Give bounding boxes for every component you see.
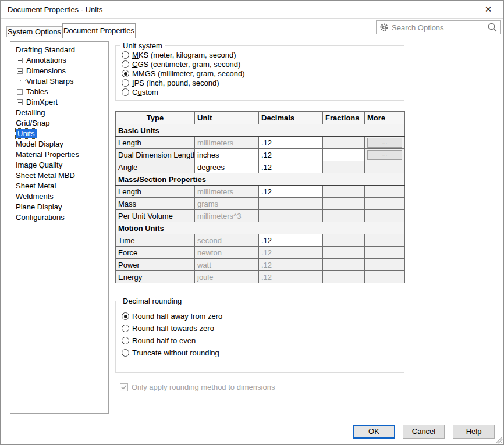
close-icon[interactable]: × bbox=[479, 2, 498, 16]
tree-item-configurations[interactable]: Configurations bbox=[10, 212, 108, 223]
search-placeholder: Search Options bbox=[392, 23, 487, 32]
tree-item-label: Tables bbox=[26, 87, 48, 96]
ok-button[interactable]: OK bbox=[353, 425, 395, 439]
tree-item-weldments[interactable]: Weldments bbox=[10, 191, 108, 202]
cell-more: ... bbox=[365, 137, 405, 149]
cell-unit[interactable]: degrees bbox=[195, 161, 259, 173]
tree-item-label: Model Display bbox=[16, 140, 63, 148]
tree-item-annotations[interactable]: Annotations bbox=[10, 55, 108, 66]
header-unit: Unit bbox=[195, 112, 259, 124]
more-button[interactable]: ... bbox=[367, 138, 402, 148]
cell-more: ... bbox=[365, 149, 405, 161]
resize-grip[interactable] bbox=[494, 435, 503, 444]
tree-item-dimensions[interactable]: Dimensions bbox=[10, 66, 108, 76]
cell-more bbox=[365, 198, 405, 210]
tree-item-tables[interactable]: Tables bbox=[10, 87, 108, 97]
table-row: Mass grams bbox=[116, 198, 405, 210]
tree-item-label: Image Quality bbox=[16, 161, 62, 169]
tree-item-sheet-metal-mbd[interactable]: Sheet Metal MBD bbox=[10, 170, 108, 181]
more-button[interactable]: ... bbox=[367, 150, 402, 160]
cell-type: Angle bbox=[116, 161, 195, 173]
tree-item-sheet-metal[interactable]: Sheet Metal bbox=[10, 181, 108, 191]
rounding-method-checkbox: Only apply rounding method to dimensions bbox=[120, 383, 275, 391]
help-button[interactable]: Help bbox=[453, 425, 495, 439]
tree-item-label: Configurations bbox=[16, 213, 65, 222]
tree-item-material-properties[interactable]: Material Properties bbox=[10, 149, 108, 160]
cell-decimals[interactable]: .12 bbox=[259, 149, 323, 161]
search-icon[interactable] bbox=[487, 22, 498, 33]
cell-decimals[interactable]: .12 bbox=[259, 137, 323, 149]
table-header-row: Type Unit Decimals Fractions More bbox=[116, 112, 405, 124]
tree-item-label: Detailing bbox=[16, 108, 45, 117]
radio-mmgs[interactable]: MMGS (millimeter, gram, second) bbox=[122, 69, 245, 78]
radio-label: Round half to even bbox=[132, 336, 196, 345]
tree-item-label: Grid/Snap bbox=[16, 119, 50, 127]
expand-plus-icon[interactable] bbox=[17, 58, 23, 63]
tree-item-units[interactable]: Units bbox=[10, 129, 108, 139]
tree-item-label: Virtual Sharps bbox=[26, 77, 73, 86]
cell-fractions bbox=[323, 161, 365, 173]
cell-decimals[interactable]: .12 bbox=[259, 234, 323, 247]
radio-mks[interactable]: MKS (meter, kilogram, second) bbox=[122, 51, 236, 59]
tree-item-grid-snap[interactable]: Grid/Snap bbox=[10, 118, 108, 129]
cell-more bbox=[365, 247, 405, 259]
radio-custom[interactable]: Custom bbox=[122, 88, 158, 97]
tree-item-image-quality[interactable]: Image Quality bbox=[10, 160, 108, 170]
cell-more bbox=[365, 234, 405, 247]
tree-item-dimxpert[interactable]: DimXpert bbox=[10, 97, 108, 108]
document-properties-dialog: Document Properties - Units × System Opt… bbox=[0, 0, 504, 445]
expand-plus-icon[interactable] bbox=[17, 68, 23, 74]
section-basic-units: Basic Units bbox=[116, 124, 405, 137]
section-mass-properties: Mass/Section Properties bbox=[116, 173, 405, 186]
tree-item-label: Annotations bbox=[26, 56, 66, 65]
cell-decimals bbox=[259, 198, 323, 210]
cell-decimals[interactable]: .12 bbox=[259, 161, 323, 173]
properties-tree: Drafting Standard Annotations Dimensions… bbox=[10, 41, 109, 414]
radio-round-half-away[interactable]: Round half away from zero bbox=[122, 312, 222, 321]
radio-round-half-even[interactable]: Round half to even bbox=[122, 336, 196, 345]
table-row: Dual Dimension Length inches .12 ... bbox=[116, 149, 405, 161]
cell-type: Per Unit Volume bbox=[116, 210, 195, 222]
cell-decimals[interactable]: .12 bbox=[259, 186, 323, 198]
radio-truncate[interactable]: Truncate without rounding bbox=[122, 348, 219, 357]
unit-system-group: Unit system MKS (meter, kilogram, second… bbox=[115, 45, 404, 101]
cell-more bbox=[365, 271, 405, 283]
radio-selected-icon bbox=[122, 312, 129, 320]
cell-more bbox=[365, 161, 405, 173]
cell-fractions bbox=[323, 247, 365, 259]
cell-unit[interactable]: inches bbox=[195, 149, 259, 161]
table-row: Per Unit Volume millimeters^3 bbox=[116, 210, 405, 222]
tree-item-plane-display[interactable]: Plane Display bbox=[10, 202, 108, 212]
tab-document-properties-accel: D bbox=[63, 26, 69, 35]
tab-system-options[interactable]: System Options bbox=[6, 26, 62, 37]
radio-round-half-towards[interactable]: Round half towards zero bbox=[122, 324, 214, 333]
tree-item-virtual-sharps[interactable]: Virtual Sharps bbox=[10, 76, 108, 87]
table-row: Energy joule .12 bbox=[116, 271, 405, 283]
tree-item-detailing[interactable]: Detailing bbox=[10, 108, 108, 118]
cell-decimals: .12 bbox=[259, 271, 323, 283]
section-motion-units: Motion Units bbox=[116, 222, 405, 234]
radio-label: Custom bbox=[132, 88, 158, 97]
cell-unit: millimeters bbox=[195, 137, 259, 149]
radio-ips[interactable]: IPS (inch, pound, second) bbox=[122, 79, 219, 87]
cancel-button[interactable]: Cancel bbox=[403, 425, 445, 439]
cell-unit: watt bbox=[195, 259, 259, 271]
tree-item-model-display[interactable]: Model Display bbox=[10, 139, 108, 149]
tree-item-drafting-standard[interactable]: Drafting Standard bbox=[10, 45, 108, 55]
radio-icon bbox=[122, 51, 129, 59]
expand-plus-icon[interactable] bbox=[17, 89, 23, 95]
radio-icon bbox=[122, 79, 129, 87]
cell-type: Dual Dimension Length bbox=[116, 149, 195, 161]
tab-document-properties[interactable]: Document Properties bbox=[62, 23, 136, 38]
tree-item-label: Material Properties bbox=[16, 150, 79, 159]
cell-fractions bbox=[323, 137, 365, 149]
radio-cgs[interactable]: CGS (centimeter, gram, second) bbox=[122, 60, 240, 69]
search-input[interactable]: Search Options bbox=[376, 20, 501, 34]
cell-fractions[interactable] bbox=[323, 149, 365, 161]
cell-type: Mass bbox=[116, 198, 195, 210]
decimal-rounding-group: Decimal rounding Round half away from ze… bbox=[115, 301, 404, 373]
radio-selected-icon bbox=[122, 70, 129, 77]
expand-plus-icon[interactable] bbox=[17, 99, 23, 105]
cell-type: Time bbox=[116, 234, 195, 247]
units-table: Type Unit Decimals Fractions More Basic … bbox=[115, 111, 405, 283]
